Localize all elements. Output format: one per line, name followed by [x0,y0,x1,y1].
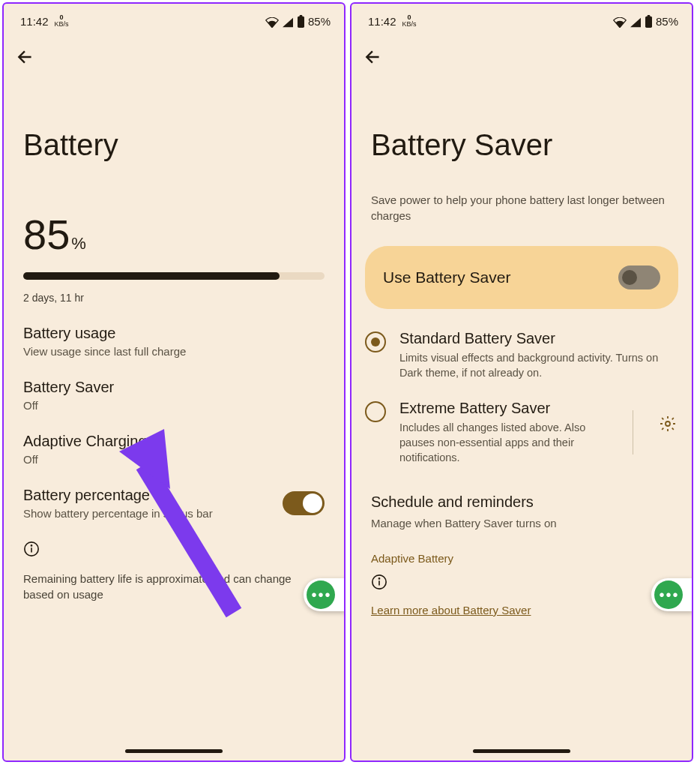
use-battery-saver-toggle[interactable] [618,266,660,290]
battery-percentage-toggle[interactable] [283,491,325,515]
extreme-saver-option[interactable]: Extreme Battery Saver Includes all chang… [351,386,692,471]
page-subtitle: Save power to help your phone battery la… [351,180,692,231]
phone-battery-settings: 11:42 0KB/s 85% Battery 85 % 2 days, 11 … [2,2,346,762]
wifi-icon [613,14,627,27]
back-button[interactable] [4,32,344,70]
gear-icon[interactable] [659,415,677,436]
svg-point-7 [666,422,670,426]
more-icon: ••• [311,586,331,604]
battery-progress-bar [23,272,325,280]
status-time: 11:42 [368,15,396,28]
battery-percentage-display: 85 % [4,180,344,262]
more-icon: ••• [659,586,679,604]
info-icon [371,574,387,593]
status-network-speed: 0KB/s [55,14,69,28]
svg-point-10 [378,578,379,579]
use-battery-saver-label: Use Battery Saver [383,268,618,286]
radio-selected[interactable] [365,332,386,352]
battery-icon [297,14,305,28]
learn-more-link[interactable]: Learn more about Battery Saver [371,604,531,616]
battery-saver-item[interactable]: Battery Saver Off [4,362,344,416]
gesture-bar[interactable] [125,749,223,753]
schedule-title[interactable]: Schedule and reminders [351,471,692,514]
info-icon [23,541,325,560]
standard-saver-option[interactable]: Standard Battery Saver Limits visual eff… [351,316,692,386]
gesture-bar[interactable] [473,749,570,753]
status-battery-pct: 85% [656,15,678,28]
schedule-subtitle: Manage when Battery Saver turns on [351,514,692,532]
status-time: 11:42 [20,15,49,28]
wifi-icon [265,14,279,27]
svg-rect-1 [300,15,303,17]
adaptive-charging-item[interactable]: Adaptive Charging Off [4,416,344,470]
info-note: Remaining battery life is approximate an… [4,524,344,611]
svg-rect-0 [298,16,304,27]
svg-point-4 [31,545,31,546]
page-title: Battery Saver [351,70,692,180]
svg-rect-5 [645,16,652,27]
divider [633,410,633,454]
time-remaining: 2 days, 11 hr [4,287,344,308]
adaptive-battery-link[interactable]: Adaptive Battery [351,532,692,569]
battery-percentage-item[interactable]: Battery percentage Show battery percenta… [4,470,344,524]
page-title: Battery [4,70,344,180]
battery-icon [645,14,653,28]
status-bar: 11:42 0KB/s 85% [351,4,692,32]
floating-action-button[interactable]: ••• [304,578,346,611]
use-battery-saver-card[interactable]: Use Battery Saver [365,246,678,309]
signal-icon [630,14,642,27]
status-network-speed: 0KB/s [402,14,417,28]
signal-icon [282,14,294,27]
floating-action-button[interactable]: ••• [651,578,693,611]
battery-usage-item[interactable]: Battery usage View usage since last full… [4,308,344,362]
phone-battery-saver: 11:42 0KB/s 85% Battery Saver Save power… [350,2,693,762]
status-bar: 11:42 0KB/s 85% [4,4,344,32]
svg-rect-6 [648,15,651,17]
back-button[interactable] [351,32,692,70]
status-battery-pct: 85% [308,15,331,28]
radio-unselected[interactable] [365,401,386,422]
